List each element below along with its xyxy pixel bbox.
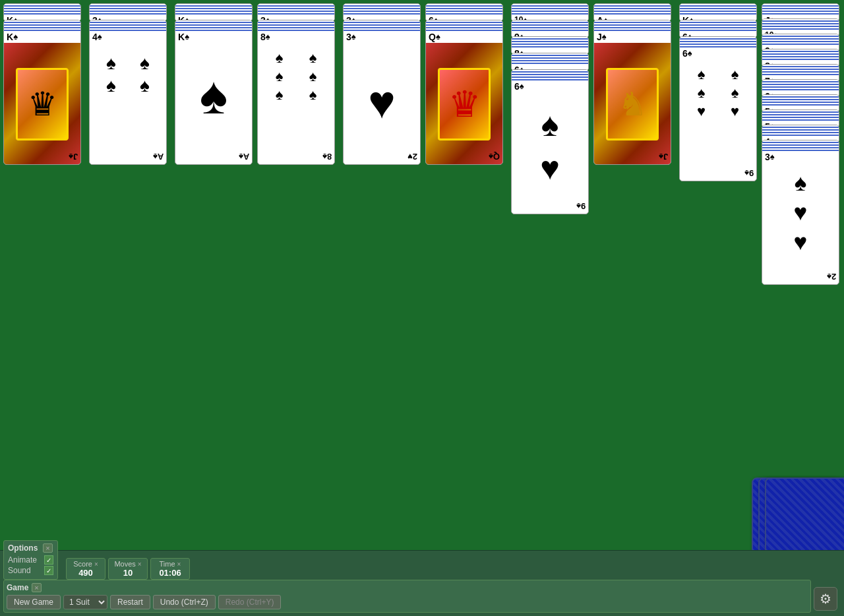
moves-close[interactable]: ×: [138, 561, 142, 568]
options-section: Options × Animate Sound: [3, 540, 58, 580]
card-bottom-col6[interactable]: 6 ♠ ♠ ♥ 9♠: [511, 69, 589, 214]
options-title: Options: [8, 543, 38, 553]
restart-button[interactable]: Restart: [110, 595, 150, 609]
card-3-col3[interactable]: 3 ♠: [257, 3, 335, 22]
card-9-col6[interactable]: 9 ♠: [511, 20, 589, 38]
redo-button[interactable]: Redo (Ctrl+Y): [218, 595, 282, 609]
options-close-button[interactable]: ×: [43, 543, 52, 553]
card-q-spades[interactable]: Q ♠ ♛ Q♠: [425, 20, 503, 165]
bottom-panel: Options × Animate Sound Score × 490 Move…: [0, 550, 844, 616]
time-stat: Time × 01:06: [150, 558, 190, 580]
new-game-button[interactable]: New Game: [7, 595, 61, 609]
card-6-col8[interactable]: 6 ♠: [679, 20, 757, 38]
settings-icon: ⚙: [820, 591, 831, 607]
animate-checkbox[interactable]: [44, 555, 53, 565]
score-close[interactable]: ×: [94, 561, 98, 568]
card-8-col3[interactable]: 8 ♠ ♠ ♠ ♠ ♠ ♠ ♠ 8♠: [257, 20, 335, 165]
score-label: Score: [73, 560, 92, 568]
moves-label: Moves: [114, 560, 135, 568]
sound-checkbox[interactable]: [44, 566, 53, 575]
time-label: Time: [160, 560, 175, 568]
card-bottom-col9[interactable]: 3 ♠ ♠ ♥ ♥ 2♠: [762, 140, 839, 285]
game-section-title: Game: [7, 583, 28, 592]
moves-stat: Moves × 10: [108, 558, 148, 580]
score-value: 490: [78, 568, 93, 578]
settings-button[interactable]: ⚙: [814, 587, 837, 611]
card-a-col7[interactable]: A ♠: [593, 3, 671, 22]
moves-value: 10: [123, 568, 133, 578]
card-8-col6[interactable]: 8 ♠: [511, 36, 589, 55]
time-close[interactable]: ×: [177, 561, 181, 568]
card-10-col6[interactable]: 10 ♠: [511, 3, 589, 22]
card-k-spades-top[interactable]: K ♠: [3, 3, 81, 22]
card-6-col6[interactable]: 6 ♠: [511, 53, 589, 71]
undo-button[interactable]: Undo (Ctrl+Z): [153, 595, 216, 609]
animate-label: Animate: [8, 555, 41, 565]
game-close-button[interactable]: ×: [32, 583, 41, 592]
game-area: K ♠ K ♠ ♛ J♠ 3 ♠: [0, 0, 844, 550]
time-value: 01:06: [159, 568, 181, 578]
card-6-top[interactable]: 6 ♠: [425, 3, 503, 22]
card-k-2[interactable]: K ♠: [175, 3, 253, 22]
stats-section: Score × 490 Moves × 10 Time × 01:06: [66, 558, 190, 580]
card-4-spades[interactable]: 4 ♠ ♠ ♠ ♠ ♠ A♠: [89, 20, 167, 165]
card-spade-single[interactable]: K ♠ ♠ A♠: [175, 20, 253, 165]
card-k-col8[interactable]: K ♠: [679, 3, 757, 22]
suit-select[interactable]: 1 Suit 2 Suits 4 Suits: [63, 595, 107, 609]
card-2-heart[interactable]: 3 ♠ ♥ 2♥: [343, 20, 421, 165]
card-j-spades[interactable]: K ♠ ♛ J♠: [3, 20, 81, 165]
card-3-spades[interactable]: 3 ♠: [89, 3, 167, 22]
card-3-col4[interactable]: 3 ♠: [343, 3, 421, 22]
score-stat: Score × 490: [66, 558, 106, 580]
sound-label: Sound: [8, 566, 41, 575]
card-j-col7[interactable]: J ♠ ♞ J♠: [593, 20, 671, 165]
game-section: Game × New Game 1 Suit 2 Suits 4 Suits R…: [3, 580, 811, 613]
card-9-col8[interactable]: 6 ♠ ♠ ♠ ♠ ♠ ♥ ♥ 9♠: [679, 36, 757, 181]
